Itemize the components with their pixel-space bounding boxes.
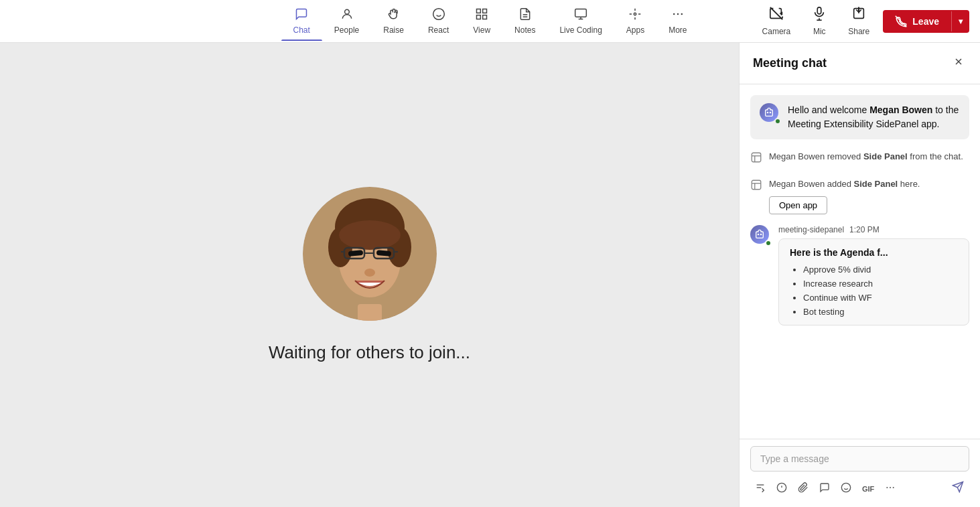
svg-rect-45 xyxy=(358,304,382,321)
open-app-button[interactable]: Open app xyxy=(769,196,827,214)
chat-header: Meeting chat xyxy=(740,43,980,84)
list-item: Approve 5% divid xyxy=(803,265,958,275)
important-icon xyxy=(776,482,787,493)
tab-livecoding-label: Live Coding xyxy=(559,25,602,35)
share-icon xyxy=(851,6,866,24)
agenda-card-title: Here is the Agenda f... xyxy=(790,247,958,258)
close-chat-button[interactable] xyxy=(951,54,967,73)
svg-point-49 xyxy=(770,112,770,113)
tab-more-label: More xyxy=(669,25,687,35)
phone-icon xyxy=(895,15,907,27)
top-bar: Chat People Raise xyxy=(0,0,980,43)
gif-button[interactable]: GIF xyxy=(857,478,879,500)
tab-react[interactable]: React xyxy=(416,2,461,40)
waiting-text: Waiting for others to join... xyxy=(269,342,470,363)
attach-button[interactable] xyxy=(793,478,813,500)
system-removed-text: Megan Bowen removed Side Panel from the … xyxy=(769,150,963,163)
system-icon-added xyxy=(750,179,762,194)
view-icon xyxy=(475,7,488,23)
tab-notes[interactable]: Notes xyxy=(502,2,547,40)
mic-label: Mic xyxy=(813,27,826,36)
mic-button[interactable]: Mic xyxy=(804,2,835,40)
more-icon xyxy=(671,7,685,23)
bot-avatar xyxy=(760,103,781,125)
close-icon xyxy=(953,56,964,67)
svg-point-0 xyxy=(344,9,349,14)
share-button[interactable]: Share xyxy=(840,2,878,40)
chat-toolbar: GIF xyxy=(750,477,969,500)
welcome-name: Megan Bowen xyxy=(869,104,932,115)
svg-rect-5 xyxy=(483,9,487,13)
tab-view[interactable]: View xyxy=(461,2,502,40)
svg-point-68 xyxy=(893,487,894,488)
tab-react-label: React xyxy=(428,25,449,35)
send-icon xyxy=(952,481,964,493)
svg-rect-6 xyxy=(483,15,487,19)
app-icon xyxy=(750,151,762,163)
tab-raise[interactable]: Raise xyxy=(371,2,416,40)
emoji-button[interactable] xyxy=(836,478,856,500)
svg-rect-10 xyxy=(575,9,587,17)
send-button[interactable] xyxy=(947,477,969,500)
svg-point-18 xyxy=(673,13,675,15)
svg-point-48 xyxy=(767,112,768,113)
main-content: Waiting for others to join... Meeting ch… xyxy=(0,43,980,507)
list-item: Continue with WF xyxy=(803,293,958,303)
leave-button[interactable]: Leave ▾ xyxy=(883,10,969,33)
tab-apps-label: Apps xyxy=(626,25,644,35)
tab-apps[interactable]: Apps xyxy=(614,2,656,40)
video-area: Waiting for others to join... xyxy=(0,43,739,507)
agenda-card: Here is the Agenda f... Approve 5% divid… xyxy=(778,238,969,325)
top-bar-right: Camera Mic xyxy=(754,2,969,40)
format-button[interactable] xyxy=(750,478,770,500)
agenda-meta: meeting-sidepanel 1:20 PM Here is the Ag… xyxy=(778,225,969,325)
tab-people-label: People xyxy=(334,25,359,35)
tab-raise-label: Raise xyxy=(383,25,404,35)
participant-avatar xyxy=(303,187,437,321)
svg-point-36 xyxy=(339,220,401,250)
more-tools-button[interactable] xyxy=(880,478,900,500)
svg-point-1 xyxy=(433,9,444,20)
react-icon xyxy=(432,7,445,23)
tab-more[interactable]: More xyxy=(656,2,699,40)
bot-icon xyxy=(764,107,774,118)
agenda-sender: meeting-sidepanel xyxy=(778,225,844,234)
chat-title: Meeting chat xyxy=(753,56,827,70)
agenda-time: 1:20 PM xyxy=(849,225,880,234)
attach-icon xyxy=(798,482,809,493)
agenda-section: meeting-sidepanel 1:20 PM Here is the Ag… xyxy=(750,225,969,325)
system-added-content: Megan Bowen added Side Panel here. Open … xyxy=(769,177,920,214)
livecoding-icon xyxy=(574,7,587,23)
tab-chat[interactable]: Chat xyxy=(281,2,322,40)
svg-rect-7 xyxy=(477,15,481,19)
svg-rect-53 xyxy=(752,180,761,190)
camera-button[interactable]: Camera xyxy=(754,2,799,40)
agenda-bot-avatar xyxy=(750,225,772,246)
svg-point-13 xyxy=(634,13,636,15)
leave-btn-main[interactable]: Leave xyxy=(883,10,951,33)
avatar-image xyxy=(303,187,437,321)
meet-button[interactable] xyxy=(815,478,835,500)
leave-chevron[interactable]: ▾ xyxy=(951,11,969,31)
emoji-icon xyxy=(841,482,851,493)
chat-messages: Hello and welcome Megan Bowen to the Mee… xyxy=(740,84,980,439)
more-tools-icon xyxy=(885,482,896,493)
tab-people[interactable]: People xyxy=(322,2,371,40)
important-button[interactable] xyxy=(772,478,792,500)
svg-rect-23 xyxy=(818,7,822,14)
agenda-list: Approve 5% divid Increase research Conti… xyxy=(790,265,958,317)
tab-notes-label: Notes xyxy=(514,25,535,35)
system-message-removed: Megan Bowen removed Side Panel from the … xyxy=(750,150,969,167)
agenda-bot-icon xyxy=(754,229,765,240)
message-input-placeholder[interactable]: Type a message xyxy=(750,446,969,472)
chat-tool-icons: GIF xyxy=(750,478,900,500)
camera-label: Camera xyxy=(762,27,791,36)
svg-rect-4 xyxy=(477,9,481,13)
welcome-message: Hello and welcome Megan Bowen to the Mee… xyxy=(750,95,969,139)
tab-livecoding[interactable]: Live Coding xyxy=(547,2,614,40)
app-add-icon xyxy=(750,179,762,191)
people-icon xyxy=(340,7,354,23)
list-item: Increase research xyxy=(803,279,958,289)
agenda-status-dot xyxy=(765,240,772,246)
chat-icon xyxy=(295,7,308,23)
